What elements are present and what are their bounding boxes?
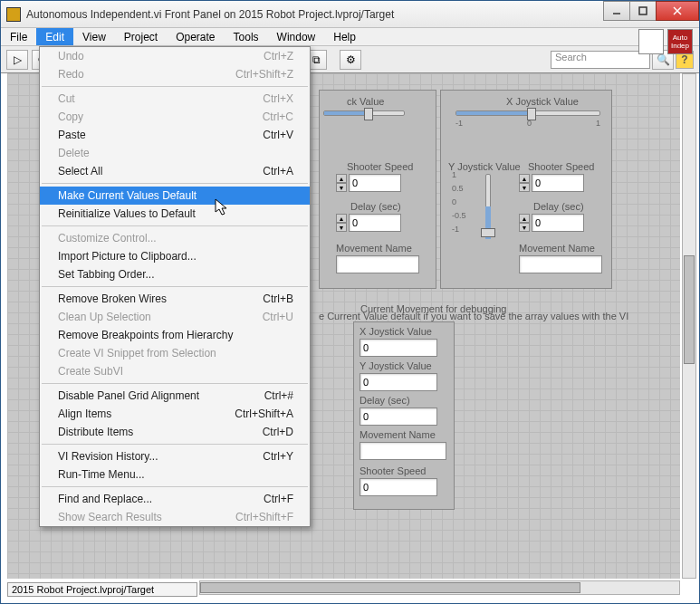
shooter-value-right[interactable]: ▲▼ xyxy=(519,174,584,192)
close-button[interactable] xyxy=(656,1,699,21)
app-icon xyxy=(6,7,21,22)
cluster-left: ck Value Shooter Speed ▲▼ Delay (sec) ▲▼… xyxy=(319,90,436,289)
menu-item[interactable]: VI Revision History...Ctrl+Y xyxy=(40,447,310,465)
menu-item[interactable]: Select AllCtrl+A xyxy=(40,162,310,180)
menubar: File Edit View Project Operate Tools Win… xyxy=(1,28,699,46)
run-button[interactable]: ▷ xyxy=(6,50,28,70)
menu-item: Create SubVI xyxy=(40,362,310,380)
maximize-button[interactable] xyxy=(629,1,657,21)
menu-file[interactable]: File xyxy=(1,28,36,45)
menu-item[interactable]: Remove Broken WiresCtrl+B xyxy=(40,290,310,308)
menu-help[interactable]: Help xyxy=(324,28,365,45)
edit-menu-dropdown: UndoCtrl+ZRedoCtrl+Shift+ZCutCtrl+XCopyC… xyxy=(39,46,311,527)
menu-item[interactable]: Run-Time Menu... xyxy=(40,465,310,484)
menu-item: UndoCtrl+Z xyxy=(40,47,310,65)
menu-project[interactable]: Project xyxy=(115,28,167,45)
xjoy-label-r: X Joystick Value xyxy=(506,96,579,107)
debug-cluster: X Joystick Value Y Joystick Value Delay … xyxy=(353,321,455,510)
svg-rect-1 xyxy=(639,7,647,14)
menu-item[interactable]: Reinitialize Values to Default xyxy=(40,205,310,223)
menu-item: CutCtrl+X xyxy=(40,90,310,108)
delay-label-r: Delay (sec) xyxy=(533,201,584,212)
menu-operate[interactable]: Operate xyxy=(167,28,224,45)
shooter-label: Shooter Speed xyxy=(347,161,413,172)
menu-item: RedoCtrl+Shift+Z xyxy=(40,65,310,83)
menu-item[interactable]: Import Picture to Clipboard... xyxy=(40,247,310,265)
settings-button[interactable]: ⚙ xyxy=(340,50,361,70)
debug-xjoy[interactable] xyxy=(360,339,437,357)
menu-item: Delete xyxy=(40,144,310,162)
menu-item[interactable]: Remove Breakpoints from Hierarchy xyxy=(40,326,310,344)
menu-view[interactable]: View xyxy=(73,28,115,45)
menu-window[interactable]: Window xyxy=(268,28,325,45)
search-input[interactable]: Search xyxy=(551,51,650,69)
debug-title: Current Movement for debugging xyxy=(360,303,506,314)
minimize-button[interactable] xyxy=(603,1,630,21)
debug-delay[interactable] xyxy=(360,407,437,426)
menu-tools[interactable]: Tools xyxy=(225,28,268,45)
menu-item[interactable]: Set Tabbing Order... xyxy=(40,265,310,283)
horizontal-scrollbar[interactable] xyxy=(199,580,680,595)
delay-value-right[interactable]: ▲▼ xyxy=(519,214,584,232)
titlebar: Autonomous Independent.vi Front Panel on… xyxy=(1,1,699,28)
menu-item[interactable]: Disable Panel Grid AlignmentCtrl+# xyxy=(40,387,310,405)
application-window: Autonomous Independent.vi Front Panel on… xyxy=(0,0,700,604)
vi-type-indicator[interactable]: Auto Indep xyxy=(667,29,693,54)
yjoy-slider[interactable] xyxy=(481,174,495,239)
debug-shooter[interactable] xyxy=(360,478,437,496)
xjoy-slider-left[interactable] xyxy=(323,110,405,123)
menu-item: Clean Up SelectionCtrl+U xyxy=(40,308,310,326)
status-bar: 2015 Robot Project.lvproj/Target xyxy=(7,582,197,597)
menu-item[interactable]: Find and Replace...Ctrl+F xyxy=(40,490,310,508)
cluster-right: X Joystick Value -101 Y Joystick Value 1… xyxy=(440,90,612,289)
debug-yjoy[interactable] xyxy=(360,373,437,391)
menu-item: Customize Control... xyxy=(40,229,310,247)
window-title: Autonomous Independent.vi Front Panel on… xyxy=(26,8,604,21)
shooter-value-left[interactable]: ▲▼ xyxy=(336,174,401,192)
movement-name-left[interactable] xyxy=(336,255,419,273)
move-label-r: Movement Name xyxy=(519,243,595,254)
xjoy-slider-right[interactable]: -101 xyxy=(455,110,600,123)
menu-item: Show Search ResultsCtrl+Shift+F xyxy=(40,508,310,526)
movement-name-right[interactable] xyxy=(519,255,602,273)
menu-item[interactable]: PasteCtrl+V xyxy=(40,126,310,144)
menu-item: CopyCtrl+C xyxy=(40,108,310,126)
xjoy-label: ck Value xyxy=(347,96,384,107)
debug-move[interactable] xyxy=(360,442,446,460)
menu-item: Create VI Snippet from Selection xyxy=(40,344,310,362)
menu-item[interactable]: Align ItemsCtrl+Shift+A xyxy=(40,405,310,423)
menu-edit[interactable]: Edit xyxy=(36,28,73,45)
shooter-label-r: Shooter Speed xyxy=(528,161,594,172)
delay-label: Delay (sec) xyxy=(350,201,401,212)
menu-item[interactable]: Make Current Values Default xyxy=(40,187,310,205)
vertical-scrollbar[interactable] xyxy=(682,73,696,579)
vi-icon-connector[interactable] xyxy=(638,29,664,54)
delay-value-left[interactable]: ▲▼ xyxy=(336,214,401,232)
movement-name-label: Movement Name xyxy=(336,243,412,254)
menu-item[interactable]: Distribute ItemsCtrl+D xyxy=(40,423,310,441)
